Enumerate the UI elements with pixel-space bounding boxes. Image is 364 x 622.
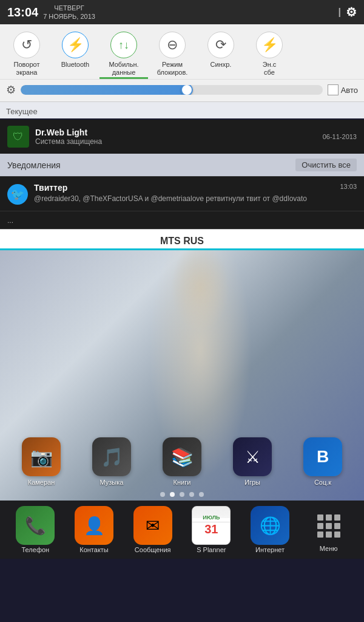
signal-icon: | (339, 7, 341, 18)
dock-item-planner[interactable]: ИЮЛЬ 31 S Planner (182, 506, 241, 553)
dock-item-phone[interactable]: 📞 Телефон (6, 506, 65, 553)
brightness-gear-icon: ⚙ (6, 83, 16, 97)
menu-dot (326, 514, 332, 521)
page-dot-5 (199, 492, 204, 497)
menu-label: Меню (320, 545, 338, 552)
social-icon: В (303, 437, 342, 476)
carrier-name: MTS RUS (160, 236, 204, 246)
page-dot-3 (180, 492, 184, 497)
menu-dot (326, 523, 332, 529)
contacts-icon: 👤 (75, 506, 113, 545)
notifications-title: Уведомления (7, 160, 61, 170)
auto-checkbox[interactable] (328, 84, 339, 95)
camera-label: Камеран (28, 479, 55, 486)
quick-settings-row: ↺ Поворотэкрана ⚡ Bluetooth ↑↓ Мобильн.д… (0, 28, 364, 79)
app-item-social[interactable]: В Соц.к (295, 437, 350, 486)
messages-icon: ✉ (133, 506, 172, 545)
settings-icon[interactable]: ⚙ (346, 5, 357, 19)
date-label: 7 НОЯБРЬ, 2013 (43, 12, 95, 21)
auto-brightness[interactable]: Авто (328, 84, 358, 95)
page-dot-4 (189, 492, 194, 497)
active-indicator (99, 77, 148, 79)
brightness-slider[interactable] (21, 85, 323, 95)
page-dot-1 (160, 492, 165, 497)
auto-label: Авто (341, 86, 358, 95)
more-notif-text: ... (7, 216, 13, 225)
dock-item-messages[interactable]: ✉ Сообщения (123, 506, 182, 553)
games-label: Игры (244, 479, 260, 486)
menu-icon (311, 507, 347, 544)
contacts-label: Контакты (79, 546, 109, 553)
books-icon: 📚 (163, 437, 201, 476)
menu-dot (334, 514, 340, 521)
mobile-data-icon: ↑↓ (110, 32, 137, 58)
twitter-text: Твиттер @redraider30, @TheXFactorUSA и @… (34, 183, 334, 204)
menu-dot (334, 531, 340, 538)
app-item-games[interactable]: ⚔ Игры (225, 437, 280, 486)
current-section: Текущее (0, 101, 364, 118)
dock-item-menu[interactable]: Меню (299, 507, 358, 552)
camera-icon: 📷 (22, 437, 61, 476)
quick-settings-panel: ↺ Поворотэкрана ⚡ Bluetooth ↑↓ Мобильн.д… (0, 24, 364, 101)
qs-label-rotation: Поворотэкрана (14, 61, 40, 77)
drweb-subtitle: Система защищена (35, 137, 317, 146)
brightness-thumb (181, 85, 193, 95)
games-icon: ⚔ (233, 437, 272, 476)
qs-item-rotation[interactable]: ↺ Поворотэкрана (2, 28, 51, 79)
twitter-notification[interactable]: 🐦 Твиттер @redraider30, @TheXFactorUSA и… (0, 176, 364, 211)
status-bar: 13:04 ЧЕТВЕРГ 7 НОЯБРЬ, 2013 | ⚙ (0, 0, 364, 24)
dock-item-browser[interactable]: 🌐 Интернет (241, 506, 300, 553)
bluetooth-icon: ⚡ (62, 32, 89, 58)
app-item-music[interactable]: 🎵 Музыка (84, 437, 139, 486)
twitter-time: 13:03 (340, 183, 357, 190)
qs-label-bluetooth: Bluetooth (61, 61, 89, 69)
date-info: ЧЕТВЕРГ 7 НОЯБРЬ, 2013 (43, 4, 95, 21)
qs-item-energy[interactable]: ⚡ Эн.ссбе (245, 28, 294, 79)
menu-dot (334, 523, 340, 529)
music-label: Музыка (100, 479, 124, 486)
drweb-text: Dr.Web Light Система защищена (35, 128, 317, 146)
qs-label-block-mode: Режимблокиров. (157, 61, 188, 77)
rotation-icon: ↺ (13, 32, 40, 58)
energy-icon: ⚡ (256, 32, 283, 58)
menu-dot (317, 523, 323, 529)
current-section-title: Текущее (6, 104, 358, 118)
brightness-row: ⚙ Авто (0, 79, 364, 100)
menu-dot (317, 531, 323, 538)
social-label: Соц.к (314, 479, 331, 486)
sync-icon: ⟳ (207, 32, 234, 58)
page-indicators (0, 488, 364, 501)
dock-item-contacts[interactable]: 👤 Контакты (65, 506, 124, 553)
qs-item-block-mode[interactable]: ⊖ Режимблокиров. (148, 28, 197, 79)
brightness-fill (21, 85, 187, 95)
drweb-date: 06-11-2013 (323, 133, 357, 140)
more-notification[interactable]: ... (0, 211, 364, 229)
qs-label-sync: Синхр. (211, 61, 232, 69)
qs-item-mobile-data[interactable]: ↑↓ Мобильн.данные (99, 28, 148, 79)
qs-label-mobile-data: Мобильн.данные (109, 61, 138, 77)
dock: 📞 Телефон 👤 Контакты ✉ Сообщения ИЮЛЬ 31… (0, 501, 364, 559)
planner-icon: ИЮЛЬ 31 (192, 506, 231, 545)
books-label: Книги (174, 479, 191, 486)
qs-item-sync[interactable]: ⟳ Синхр. (197, 28, 245, 79)
qs-label-energy: Эн.ссбе (263, 61, 277, 77)
qs-item-bluetooth[interactable]: ⚡ Bluetooth (51, 28, 99, 79)
planner-label: S Planner (197, 546, 226, 553)
clear-all-button[interactable]: Очистить все (295, 159, 357, 171)
menu-dot (317, 514, 323, 521)
drweb-notification[interactable]: 🛡 Dr.Web Light Система защищена 06-11-20… (0, 120, 364, 154)
browser-label: Интернет (255, 546, 285, 553)
browser-icon: 🌐 (251, 506, 289, 545)
twitter-app-name: Твиттер (34, 183, 334, 193)
music-icon: 🎵 (92, 437, 131, 476)
twitter-body: @redraider30, @TheXFactorUSA и @demetria… (34, 194, 334, 204)
app-item-books[interactable]: 📚 Книги (155, 437, 209, 486)
day-label: ЧЕТВЕРГ (43, 4, 95, 12)
block-mode-icon: ⊖ (159, 32, 186, 58)
app-item-camera[interactable]: 📷 Камеран (14, 437, 69, 486)
app-icons-row: 📷 Камеран 🎵 Музыка 📚 Книги ⚔ Игры В Соц.… (0, 432, 364, 488)
home-screen: 📷 Камеран 🎵 Музыка 📚 Книги ⚔ Игры В Соц.… (0, 250, 364, 501)
phone-label: Телефон (22, 546, 50, 553)
drweb-title: Dr.Web Light (35, 128, 317, 137)
clock: 13:04 (7, 5, 38, 19)
